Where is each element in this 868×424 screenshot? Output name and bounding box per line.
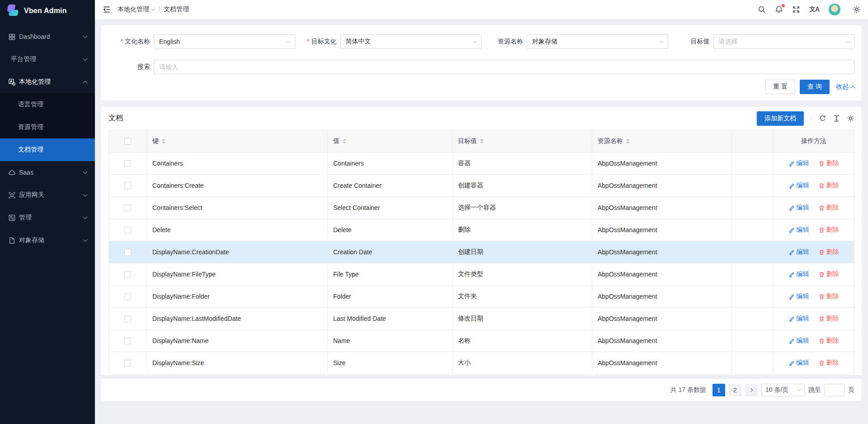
sidebar-item-localization[interactable]: 本地化管理 (0, 71, 95, 93)
edit-button[interactable]: 编辑 (789, 226, 809, 234)
edit-button[interactable]: 编辑 (789, 359, 809, 367)
row-height-icon[interactable] (833, 114, 840, 122)
row-checkbox[interactable] (124, 182, 131, 189)
sort-icon[interactable] (162, 138, 165, 144)
cell-value: Name (328, 330, 453, 352)
sidebar-item-gateway[interactable]: 应用网关 (0, 184, 95, 206)
chevron-down-icon (659, 39, 663, 43)
delete-button[interactable]: 删除 (819, 226, 839, 234)
sidebar-item-management[interactable]: 管理 (0, 206, 95, 229)
sidebar-item-platform[interactable]: 平台管理 (0, 48, 95, 71)
row-checkbox[interactable] (124, 315, 131, 322)
row-checkbox[interactable] (124, 293, 131, 300)
sidebar-item-dashboard[interactable]: Dashboard (0, 25, 95, 48)
delete-button[interactable]: 删除 (819, 159, 839, 167)
search-icon[interactable] (758, 5, 766, 14)
sliders-icon (8, 214, 16, 222)
sidebar-item-language-management[interactable]: 语言管理 (0, 93, 95, 116)
cell-resource-name: AbpOssManagement (592, 330, 732, 352)
culture-name-select[interactable]: English (154, 34, 295, 49)
edit-button[interactable]: 编辑 (789, 159, 809, 167)
table-header-row: 键 值 目标值 资源名称 (109, 130, 854, 152)
sort-icon[interactable] (626, 138, 630, 144)
sidebar-item-object-storage[interactable]: 对象存储 (0, 229, 95, 252)
edit-button[interactable]: 编辑 (789, 292, 809, 300)
delete-button[interactable]: 删除 (819, 181, 839, 190)
delete-button[interactable]: 删除 (819, 204, 839, 212)
chevron-up-icon (851, 86, 855, 90)
row-checkbox[interactable] (124, 271, 131, 278)
fullscreen-icon[interactable] (792, 5, 800, 14)
query-button[interactable]: 查 询 (800, 80, 830, 94)
delete-button[interactable]: 删除 (819, 314, 839, 323)
row-checkbox[interactable] (124, 160, 131, 167)
cell-spacer (732, 330, 774, 352)
breadcrumb-parent[interactable]: 本地化管理 (118, 5, 155, 14)
settings-gear-icon[interactable] (853, 5, 861, 14)
edit-button[interactable]: 编辑 (789, 181, 809, 190)
reset-button[interactable]: 重 置 (765, 80, 795, 94)
cell-target-value: 创建日期 (453, 241, 592, 263)
notification-bell[interactable] (775, 5, 783, 14)
cell-resource-name: AbpOssManagement (592, 241, 732, 263)
cell-target-value: 删除 (453, 219, 592, 241)
target-culture-select[interactable]: 简体中文 (340, 34, 482, 49)
horizontal-scrollbar[interactable] (101, 375, 862, 379)
filter-panel: 文化名称 English 目标文化 简体中文 资源名称 (101, 25, 862, 100)
user-avatar[interactable] (828, 3, 841, 16)
sort-icon[interactable] (480, 138, 484, 144)
app-logo[interactable]: Vben Admin (0, 0, 95, 22)
resource-name-select[interactable]: 对象存储 (527, 34, 668, 49)
page-button-1[interactable]: 1 (712, 384, 725, 396)
sidebar-item-saas[interactable]: Saas (0, 161, 95, 184)
delete-button[interactable]: 删除 (819, 270, 839, 278)
cell-actions: 编辑 删除 (774, 175, 854, 197)
cell-key: DisplayName:CreationDate (147, 241, 328, 263)
menu-fold-icon[interactable] (102, 5, 111, 14)
edit-button[interactable]: 编辑 (789, 270, 809, 278)
edit-button[interactable]: 编辑 (789, 248, 809, 256)
chevron-down-icon (83, 238, 88, 242)
page-button-2[interactable]: 2 (729, 384, 741, 396)
target-value-label: 目标值 (668, 38, 713, 46)
chevron-down-icon (473, 39, 476, 43)
sidebar-item-document-management[interactable]: 文档管理 (0, 138, 95, 161)
action-divider (814, 272, 814, 277)
cell-target-value: 大小 (453, 352, 592, 374)
pencil-icon (789, 205, 795, 211)
row-checkbox[interactable] (124, 249, 131, 256)
cell-spacer (732, 352, 774, 374)
column-settings-gear-icon[interactable] (847, 114, 854, 122)
trash-icon (819, 227, 825, 233)
resource-name-label: 资源名称 (481, 38, 527, 46)
row-checkbox[interactable] (124, 227, 131, 233)
delete-button[interactable]: 删除 (819, 292, 839, 300)
refresh-icon[interactable] (819, 114, 826, 122)
target-value-select[interactable]: 请选择 (713, 34, 855, 49)
cell-actions: 编辑 删除 (774, 197, 854, 219)
field-culture-name: 文化名称 English (108, 34, 295, 49)
select-all-checkbox[interactable] (124, 138, 131, 145)
delete-button[interactable]: 删除 (819, 248, 839, 256)
action-divider (814, 360, 814, 366)
row-checkbox[interactable] (124, 338, 131, 344)
row-checkbox[interactable] (124, 360, 131, 367)
delete-button[interactable]: 删除 (819, 337, 839, 345)
cell-key: Containers (147, 152, 328, 175)
cell-key: Containers:Select (147, 197, 328, 219)
next-page-button[interactable] (745, 384, 758, 396)
edit-button[interactable]: 编辑 (789, 337, 809, 345)
row-checkbox[interactable] (124, 205, 131, 211)
document-table-panel: 文档 添加新文档 键 (101, 107, 862, 401)
collapse-filter-link[interactable]: 收起 (836, 83, 854, 91)
delete-button[interactable]: 删除 (819, 359, 839, 367)
sort-icon[interactable] (343, 138, 346, 144)
page-size-select[interactable]: 10 条/页 (761, 384, 805, 396)
sidebar-item-resource-management[interactable]: 资源管理 (0, 116, 95, 138)
search-input[interactable] (154, 60, 854, 74)
add-document-button[interactable]: 添加新文档 (757, 111, 804, 126)
edit-button[interactable]: 编辑 (789, 204, 809, 212)
jump-to-page-input[interactable] (825, 384, 844, 396)
translate-icon[interactable]: 文A (809, 5, 819, 14)
edit-button[interactable]: 编辑 (789, 314, 809, 323)
